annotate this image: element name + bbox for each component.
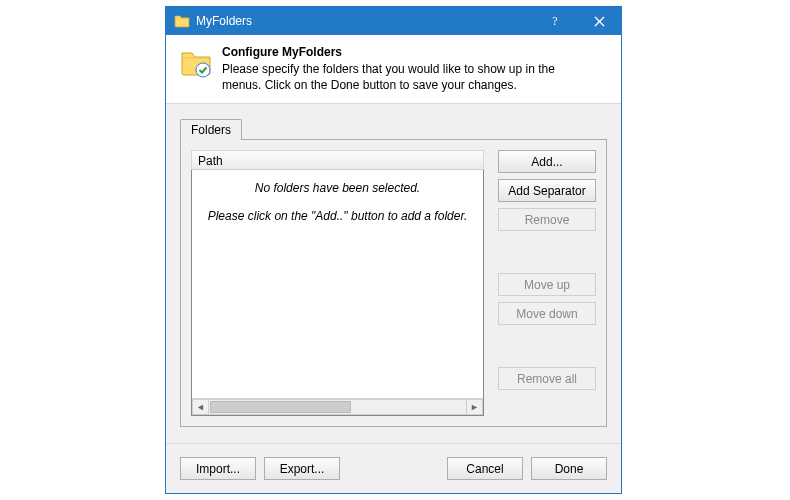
header-title: Configure MyFolders	[222, 45, 592, 59]
folder-list-area: Path No folders have been selected. Plea…	[191, 150, 484, 416]
tab-folders[interactable]: Folders	[180, 119, 242, 140]
window: MyFolders ? Configure MyFolders Please	[165, 6, 622, 494]
cancel-button[interactable]: Cancel	[447, 457, 523, 480]
header: Configure MyFolders Please specify the f…	[166, 35, 621, 104]
remove-button[interactable]: Remove	[498, 208, 596, 231]
scroll-track[interactable]	[209, 399, 466, 415]
horizontal-scrollbar[interactable]: ◄ ►	[192, 398, 483, 415]
scroll-thumb[interactable]	[210, 401, 351, 413]
placeholder-line-1: No folders have been selected.	[192, 178, 483, 200]
window-title: MyFolders	[196, 14, 252, 28]
footer: Import... Export... Cancel Done	[166, 443, 621, 493]
done-button[interactable]: Done	[531, 457, 607, 480]
tab-panel-folders: Path No folders have been selected. Plea…	[180, 139, 607, 427]
scroll-left-icon[interactable]: ◄	[192, 399, 209, 415]
add-separator-button[interactable]: Add Separator	[498, 179, 596, 202]
titlebar[interactable]: MyFolders ?	[166, 7, 621, 35]
body: Folders Path No folders have been select…	[166, 104, 621, 427]
scroll-right-icon[interactable]: ►	[466, 399, 483, 415]
export-button[interactable]: Export...	[264, 457, 340, 480]
header-folder-check-icon	[180, 47, 212, 79]
header-description: Please specify the folders that you woul…	[222, 61, 592, 93]
help-button[interactable]: ?	[533, 7, 577, 35]
side-buttons: Add... Add Separator Remove Move up Move…	[498, 150, 596, 416]
placeholder-line-2: Please click on the "Add.." button to ad…	[192, 206, 483, 228]
remove-all-button[interactable]: Remove all	[498, 367, 596, 390]
empty-placeholder: No folders have been selected. Please cl…	[192, 178, 483, 227]
folder-listbox[interactable]: No folders have been selected. Please cl…	[191, 170, 484, 416]
svg-text:?: ?	[552, 15, 557, 27]
column-header-path[interactable]: Path	[191, 150, 484, 170]
import-button[interactable]: Import...	[180, 457, 256, 480]
add-button[interactable]: Add...	[498, 150, 596, 173]
tabstrip: Folders	[180, 118, 607, 139]
close-button[interactable]	[577, 7, 621, 35]
move-down-button[interactable]: Move down	[498, 302, 596, 325]
move-up-button[interactable]: Move up	[498, 273, 596, 296]
app-folder-icon	[174, 13, 190, 29]
